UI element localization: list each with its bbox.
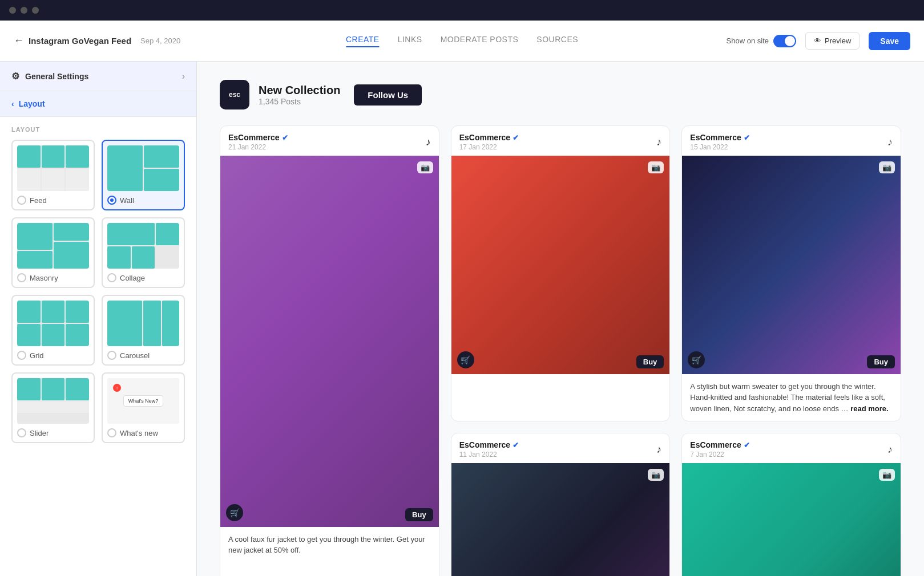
chevron-right-icon: ›: [182, 71, 185, 82]
post-username-4: EsCommerce ✔: [459, 440, 519, 449]
feed-preview-thumbnail: [17, 145, 89, 191]
cart-badge-2[interactable]: 🛒: [457, 351, 474, 368]
verified-badge-1: ✔: [282, 133, 288, 142]
layout-option-grid[interactable]: Grid: [11, 295, 95, 366]
layout-options-section: LAYOUT Feed: [0, 117, 196, 452]
collage-radio: [107, 273, 116, 282]
camera-badge-5: 📷: [879, 469, 895, 481]
read-more-link-3[interactable]: read more.: [850, 404, 888, 413]
topbar-dot-2: [21, 7, 27, 14]
post-header-2: EsCommerce ✔ 17 Jan 2022 ♪: [451, 126, 670, 156]
post-image-3[interactable]: 📷 🛒 Buy: [682, 156, 901, 374]
general-settings-label: General Settings: [25, 72, 88, 81]
topbar-dot-1: [9, 7, 16, 14]
post-card-5: EsCommerce ✔ 7 Jan 2022 ♪ 📷: [681, 433, 901, 576]
layout-option-masonry[interactable]: Masonry: [11, 217, 95, 288]
layout-grid: Feed Wall: [11, 140, 185, 443]
tiktok-icon-3: ♪: [887, 136, 893, 148]
post-date-4: 11 Jan 2022: [459, 451, 519, 459]
post-caption-1: A cool faux fur jacket to get you throug…: [220, 527, 439, 563]
follow-button[interactable]: Follow Us: [354, 84, 422, 106]
layout-option-feed[interactable]: Feed: [11, 140, 95, 210]
wall-preview-thumbnail: [107, 145, 179, 191]
nav-sources[interactable]: SOURCES: [536, 35, 578, 47]
feed-name: New Collection: [259, 84, 340, 97]
post-username-5: EsCommerce ✔: [690, 440, 750, 449]
post-image-1[interactable]: 📷 🛒 Buy: [220, 156, 439, 527]
post-image-5[interactable]: 📷: [682, 463, 901, 576]
slider-radio: [17, 428, 26, 437]
layout-label: Layout: [19, 99, 45, 108]
post-card-1: EsCommerce ✔ 21 Jan 2022 ♪ 📷 🛒 Buy A coo…: [220, 125, 439, 576]
posts-grid: EsCommerce ✔ 21 Jan 2022 ♪ 📷 🛒 Buy A coo…: [220, 125, 901, 576]
main-layout: ⚙ General Settings › ‹ Layout LAYOUT: [0, 62, 924, 576]
layout-option-whatsnew[interactable]: ! What's New? What's new: [102, 372, 185, 443]
post-user-3: EsCommerce ✔ 15 Jan 2022: [690, 133, 750, 151]
post-user-2: EsCommerce ✔ 17 Jan 2022: [459, 133, 519, 151]
layout-option-collage[interactable]: Collage: [102, 217, 185, 288]
masonry-preview-thumbnail: [17, 223, 89, 269]
camera-badge-4: 📷: [648, 469, 664, 481]
collage-preview-thumbnail: [107, 223, 179, 269]
header-actions: Show on site 👁 Preview Save: [727, 32, 910, 50]
layout-option-carousel[interactable]: Carousel: [102, 295, 185, 366]
grid-radio: [17, 351, 26, 360]
save-button[interactable]: Save: [869, 32, 910, 50]
whatsnew-badge: !: [113, 384, 121, 392]
sidebar: ⚙ General Settings › ‹ Layout LAYOUT: [0, 62, 197, 576]
whatsnew-box: What's New?: [123, 395, 164, 407]
wall-radio: [107, 196, 116, 205]
preview-button[interactable]: 👁 Preview: [805, 32, 860, 50]
wall-label: Wall: [120, 196, 134, 205]
cart-badge-3[interactable]: 🛒: [688, 351, 705, 368]
verified-badge-2: ✔: [513, 133, 519, 142]
layout-option-slider[interactable]: Slider: [11, 372, 95, 443]
post-username-2: EsCommerce ✔: [459, 133, 519, 142]
post-username-1: EsCommerce ✔: [228, 133, 288, 142]
post-username-3: EsCommerce ✔: [690, 133, 750, 142]
post-date-1: 21 Jan 2022: [228, 143, 288, 151]
nav-links[interactable]: LINKS: [398, 35, 422, 47]
cart-badge-1[interactable]: 🛒: [226, 504, 243, 521]
nav-create[interactable]: CREATE: [346, 35, 380, 47]
camera-badge-2: 📷: [648, 161, 664, 173]
back-arrow-icon: ←: [14, 35, 24, 47]
post-date-2: 17 Jan 2022: [459, 143, 519, 151]
buy-badge-2[interactable]: Buy: [636, 355, 664, 368]
tiktok-icon-4: ♪: [656, 444, 661, 456]
slider-label: Slider: [30, 429, 49, 437]
buy-badge-1[interactable]: Buy: [405, 508, 433, 521]
slider-preview-thumbnail: [17, 378, 89, 424]
post-user-1: EsCommerce ✔ 21 Jan 2022: [228, 133, 288, 151]
layout-option-wall[interactable]: Wall: [102, 140, 185, 210]
layout-section-item[interactable]: ‹ Layout: [0, 91, 196, 117]
collage-label: Collage: [120, 274, 145, 282]
verified-badge-4: ✔: [513, 441, 519, 449]
post-image-4[interactable]: 📷: [451, 463, 670, 576]
post-header-5: EsCommerce ✔ 7 Jan 2022 ♪: [682, 433, 901, 463]
general-settings-item[interactable]: ⚙ General Settings ›: [0, 62, 196, 91]
whatsnew-label: What's new: [120, 429, 158, 437]
post-image-2[interactable]: 📷 🛒 Buy: [451, 156, 670, 374]
whatsnew-radio: [107, 428, 116, 437]
post-date-5: 7 Jan 2022: [690, 451, 750, 459]
preview-icon: 👁: [814, 36, 821, 45]
carousel-radio: [107, 351, 116, 360]
verified-badge-5: ✔: [744, 441, 750, 449]
nav-moderate[interactable]: MODERATE POSTS: [441, 35, 519, 47]
back-button[interactable]: ← Instagram GoVegan Feed Sep 4, 2020: [14, 35, 180, 47]
post-card-3: EsCommerce ✔ 15 Jan 2022 ♪ 📷 🛒 Buy A sty…: [681, 125, 901, 421]
carousel-label: Carousel: [120, 351, 150, 360]
feed-avatar: esc: [220, 80, 249, 109]
header-nav: CREATE LINKS MODERATE POSTS SOURCES: [346, 35, 578, 47]
show-on-site-toggle[interactable]: [773, 35, 796, 47]
feed-radio: [17, 196, 26, 205]
tiktok-icon-2: ♪: [656, 136, 661, 148]
post-date-3: 15 Jan 2022: [690, 143, 750, 151]
show-on-site-control: Show on site: [727, 35, 796, 47]
buy-badge-3[interactable]: Buy: [867, 355, 895, 368]
topbar: [0, 0, 924, 21]
chevron-left-icon: ‹: [11, 99, 14, 108]
feed-date: Sep 4, 2020: [140, 36, 180, 45]
masonry-label: Masonry: [30, 274, 58, 282]
